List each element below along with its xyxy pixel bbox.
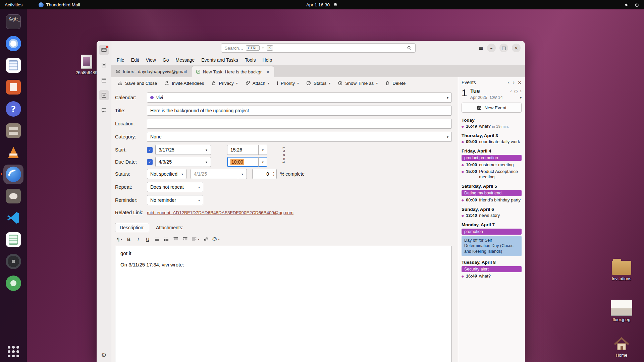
- dock-item-file-manager[interactable]: [3, 121, 23, 140]
- space-calendar-button[interactable]: [99, 75, 109, 85]
- repeat-select[interactable]: Does not repeat ▾: [147, 182, 203, 192]
- pane-prev-icon[interactable]: ‹: [507, 79, 509, 85]
- calendar-select[interactable]: vivi ▾: [147, 93, 452, 103]
- dock-item-terminal[interactable]: &gt;_: [3, 12, 23, 32]
- alignment-button[interactable]: ▾: [190, 235, 201, 244]
- due-time-dropdown[interactable]: ▾: [258, 157, 267, 167]
- tab-description[interactable]: Description:: [115, 223, 149, 232]
- event-item[interactable]: ● 10:00 customer meeting: [462, 162, 522, 168]
- dock-item-software-center[interactable]: [3, 274, 23, 293]
- next-day-icon[interactable]: ›: [520, 89, 522, 94]
- pane-close-icon[interactable]: ×: [518, 80, 522, 85]
- minimize-button[interactable]: –: [487, 44, 496, 52]
- app-menu-button[interactable]: ≡: [478, 45, 483, 52]
- show-applications-button[interactable]: [8, 346, 19, 360]
- system-tray[interactable]: [625, 2, 644, 7]
- completed-date-dropdown[interactable]: ▾: [238, 169, 247, 179]
- due-checkbox[interactable]: ✓: [147, 159, 153, 165]
- allday-event-banner[interactable]: promotion: [462, 229, 522, 235]
- activities-button[interactable]: Activities: [0, 0, 27, 9]
- menu-go[interactable]: Go: [159, 56, 172, 64]
- tab-inbox[interactable]: Inbox - daydayhappyvivi@gmail: [111, 66, 191, 77]
- start-time-input[interactable]: 15:26 ▾: [227, 145, 267, 155]
- settings-gear-icon[interactable]: ⚙: [101, 352, 106, 359]
- allday-event-banner[interactable]: Dating my boyfriend.: [462, 190, 522, 196]
- indent-button[interactable]: [181, 235, 190, 244]
- outdent-button[interactable]: [171, 235, 180, 244]
- space-chat-button[interactable]: [99, 105, 109, 115]
- menu-help[interactable]: Help: [259, 56, 275, 64]
- menu-message[interactable]: Message: [172, 56, 198, 64]
- menu-tools[interactable]: Tools: [241, 56, 259, 64]
- desktop-folder-home[interactable]: Home: [603, 337, 640, 358]
- menu-events-and-tasks[interactable]: Events and Tasks: [198, 56, 241, 64]
- tab-close-icon[interactable]: ×: [266, 69, 270, 74]
- show-time-as-button[interactable]: Show Time as ▾: [334, 79, 381, 87]
- event-item[interactable]: ● 16:49 what?: [462, 274, 522, 279]
- start-date-dropdown[interactable]: ▾: [202, 145, 211, 155]
- dock-item-libreoffice-writer[interactable]: [3, 56, 23, 75]
- space-mail-button[interactable]: [99, 45, 109, 55]
- numbered-list-button[interactable]: [162, 235, 171, 244]
- prev-day-icon[interactable]: ‹: [510, 89, 512, 94]
- desktop-folder-invitations[interactable]: Invitations: [603, 261, 640, 281]
- allday-event-banner[interactable]: Security alert: [462, 266, 522, 272]
- start-checkbox[interactable]: ✓: [147, 147, 153, 153]
- dock-item-vlc[interactable]: [3, 143, 23, 162]
- new-event-button[interactable]: New Event: [462, 103, 522, 113]
- close-button[interactable]: ×: [512, 44, 521, 52]
- dock-item-pdf-viewer[interactable]: [3, 77, 23, 97]
- bold-button[interactable]: B: [124, 235, 133, 244]
- clock-button[interactable]: Apr 1 16:30: [306, 0, 338, 9]
- event-item[interactable]: ● 13:40 news story: [462, 213, 522, 219]
- allday-event-banner[interactable]: product promotion: [462, 155, 522, 161]
- allday-holiday-box[interactable]: Day off for Self Determination Day (Coco…: [462, 236, 522, 256]
- menu-view[interactable]: View: [143, 56, 159, 64]
- save-and-close-button[interactable]: Save and Close: [114, 79, 160, 87]
- event-item[interactable]: ● 09:00 coordinate daily work: [462, 139, 522, 145]
- desktop-file-floor-jpeg[interactable]: floor.jpeg: [603, 300, 640, 322]
- event-item[interactable]: ● 15:00 Product Acceptance meeting: [462, 169, 522, 180]
- completed-date-input[interactable]: 4/1/25 ▾: [191, 169, 247, 179]
- date-dropdown-icon[interactable]: ▾: [520, 96, 522, 100]
- maximize-button[interactable]: □: [499, 44, 508, 52]
- dock-item-gimp[interactable]: [3, 186, 23, 206]
- today-icon[interactable]: ○: [514, 89, 518, 94]
- insert-link-button[interactable]: [202, 235, 210, 244]
- tab-attachments[interactable]: Attachments:: [151, 223, 188, 232]
- dock-item-thunderbird[interactable]: [3, 165, 23, 184]
- privacy-button[interactable]: Privacy ▾: [208, 79, 240, 87]
- spin-down-icon[interactable]: ▾: [273, 174, 274, 177]
- percent-complete-spinner[interactable]: 0 ▴ ▾: [252, 169, 277, 179]
- dock-item-media-player[interactable]: [3, 252, 23, 271]
- bullet-list-button[interactable]: [153, 235, 161, 244]
- related-link[interactable]: mid:tencent_AD12BF1D7DAD6B48DAF3FDF090E2…: [147, 210, 293, 215]
- event-item[interactable]: ● 16:49 what?in 19 min.: [462, 124, 522, 129]
- tab-new-task[interactable]: New Task: Here is the backgr ×: [191, 66, 274, 77]
- due-date-dropdown[interactable]: ▾: [202, 157, 211, 167]
- dock-item-chromium[interactable]: [3, 34, 23, 53]
- status-select[interactable]: Not specified ▾: [147, 169, 186, 179]
- space-tasks-button[interactable]: [99, 90, 109, 100]
- reminder-select[interactable]: No reminder ▾: [147, 195, 203, 205]
- event-item[interactable]: ● 00:00 friend's birthday party: [462, 197, 522, 203]
- location-input[interactable]: [147, 119, 452, 129]
- due-time-input[interactable]: 10:00 ▾: [227, 157, 267, 167]
- status-button[interactable]: Status ▾: [303, 79, 333, 87]
- focused-app-indicator[interactable]: Thunderbird Mail: [39, 2, 80, 7]
- title-input[interactable]: [147, 106, 452, 116]
- category-select[interactable]: None ▾: [147, 132, 452, 142]
- menu-edit[interactable]: Edit: [128, 56, 143, 64]
- due-date-input[interactable]: 4/3/25 ▾: [155, 157, 211, 167]
- start-time-dropdown[interactable]: ▾: [258, 145, 267, 155]
- smiley-button[interactable]: ☺ ▾: [211, 235, 221, 244]
- dock-item-libreoffice-calc[interactable]: [3, 230, 23, 249]
- paragraph-format-button[interactable]: ¶ ▾: [115, 235, 124, 244]
- dock-item-vscode[interactable]: [3, 208, 23, 228]
- menu-file[interactable]: File: [113, 56, 128, 64]
- description-editor[interactable]: got it On 3/11/25 17:34, vivi wrote:: [115, 246, 452, 362]
- dock-item-help[interactable]: ?: [3, 99, 23, 119]
- delete-button[interactable]: Delete: [382, 79, 409, 87]
- link-dates-widget[interactable]: ⌐ dup ↵: [282, 146, 285, 164]
- pane-next-icon[interactable]: ›: [513, 79, 515, 85]
